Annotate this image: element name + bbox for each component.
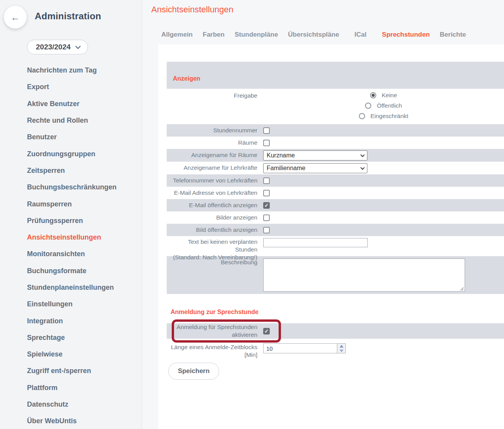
tab-uebersichtsplaene[interactable]: Übersichtspläne xyxy=(288,31,339,39)
resize-grip-icon[interactable] xyxy=(460,287,464,291)
spinner-up-button[interactable] xyxy=(337,344,345,348)
form-row-email-oeffentlich: E-Mail öffentlich anzeigen xyxy=(167,199,504,211)
email-oeffentlich-checkbox[interactable] xyxy=(263,202,270,209)
form-row-telefonnummer-lehrkraefte: Telefonnummer von Lehrkräften xyxy=(167,174,504,187)
sidebar-item-monitoransichten[interactable]: Monitoransichten xyxy=(27,246,139,262)
beschreibung-textarea[interactable] xyxy=(263,258,465,292)
field-label-line1: Text bei keinen verplanten Stunden xyxy=(167,238,257,253)
freigabe-option-keine[interactable]: Keine xyxy=(370,92,397,99)
radio-label: Keine xyxy=(382,92,397,99)
field-label-line2: [Min] xyxy=(167,351,257,359)
select-value: Familienname xyxy=(267,165,305,172)
sidebar-item-ueber-webuntis[interactable]: Über WebUntis xyxy=(27,413,139,429)
section-header-anzeigen: Anzeigen xyxy=(167,62,504,89)
section-heading: Anzeigen xyxy=(173,75,200,82)
settings-form: Anzeigen Freigabe Keine Öffentlich Einge… xyxy=(167,44,504,380)
back-arrow-icon: ← xyxy=(11,12,20,22)
triangle-down-icon xyxy=(340,350,343,352)
radio-label: Eingeschränkt xyxy=(370,113,408,120)
sidebar-item-raumsperren[interactable]: Raumsperren xyxy=(27,196,139,212)
form-row-zeitblock: Länge eines Anmelde-Zeitblocks [Min] xyxy=(167,339,504,357)
sidebar-item-buchungsformate[interactable]: Buchungsformate xyxy=(27,263,139,279)
sidebar-menu: Nachrichten zum Tag Export Aktive Benutz… xyxy=(27,62,139,429)
webuntis-administration-page: { "sidebar": { "back_icon": "←", "title"… xyxy=(0,0,504,429)
telefonnummer-checkbox[interactable] xyxy=(263,177,270,184)
field-label: Anmeldung für Sprechstunden aktivieren xyxy=(167,323,263,339)
content-title: Ansichtseinstellungen xyxy=(151,5,233,15)
form-row-beschreibung: Beschreibung xyxy=(167,256,504,294)
back-button[interactable]: ← xyxy=(4,6,27,29)
number-spinner xyxy=(337,343,346,353)
sidebar-item-export[interactable]: Export xyxy=(27,79,139,95)
field-label-line2: aktivieren xyxy=(167,331,257,339)
select-value: Kurzname xyxy=(267,152,295,159)
form-row-sprechstunden-aktivieren: Anmeldung für Sprechstunden aktivieren xyxy=(167,323,504,339)
radio-selected-icon xyxy=(370,92,376,98)
email-adresse-checkbox[interactable] xyxy=(263,190,270,196)
sidebar-item-zugriff-ent-sperren[interactable]: Zugriff ent-/sperren xyxy=(27,363,139,379)
sidebar-item-pruefungssperren[interactable]: Prüfungssperren xyxy=(27,213,139,229)
freigabe-radio-group: Keine Öffentlich Eingeschränkt xyxy=(263,92,504,120)
sidebar: ← Administration 2023/2024 Nachrichten z… xyxy=(0,0,142,429)
freigabe-option-eingeschraenkt[interactable]: Eingeschränkt xyxy=(359,113,408,120)
sidebar-item-spielwiese[interactable]: Spielwiese xyxy=(27,346,139,363)
sidebar-item-integration[interactable]: Integration xyxy=(27,312,139,329)
form-row-raeume: Räume xyxy=(167,137,504,149)
sidebar-item-datenschutz[interactable]: Datenschutz xyxy=(27,396,139,413)
field-label: Räume xyxy=(167,139,263,147)
tab-stundenplaene[interactable]: Stundenpläne xyxy=(235,31,278,39)
tab-sprechstunden[interactable]: Sprechstunden xyxy=(382,31,430,39)
field-label: Beschreibung xyxy=(167,258,263,266)
sidebar-item-zuordnungsgruppen[interactable]: Zuordnungsgruppen xyxy=(27,145,139,162)
field-label: Stundennummer xyxy=(167,127,263,134)
sidebar-item-zeitsperren[interactable]: Zeitsperren xyxy=(27,162,139,179)
form-row-freigabe: Freigabe Keine Öffentlich Eingeschränkt xyxy=(167,89,504,124)
raeume-checkbox[interactable] xyxy=(263,140,270,146)
save-button[interactable]: Speichern xyxy=(168,363,219,380)
radio-icon xyxy=(359,113,365,119)
text-keine-stunden-input[interactable] xyxy=(263,238,368,247)
sidebar-item-sprechtage[interactable]: Sprechtage xyxy=(27,329,139,346)
sprechstunden-aktivieren-checkbox[interactable] xyxy=(263,328,270,334)
tab-farben[interactable]: Farben xyxy=(203,31,225,39)
form-row-anzeigename-lehrkraefte: Anzeigename für Lehrkräfte Familienname xyxy=(167,162,504,174)
chevron-down-icon xyxy=(75,44,81,49)
freigabe-option-oeffentlich[interactable]: Öffentlich xyxy=(365,102,402,109)
sidebar-item-einstellungen[interactable]: Einstellungen xyxy=(27,296,139,312)
bilder-anzeigen-checkbox[interactable] xyxy=(263,214,270,221)
school-year-selector[interactable]: 2023/2024 xyxy=(27,40,88,54)
field-label: Freigabe xyxy=(167,92,263,100)
content-panel: Anzeigen Freigabe Keine Öffentlich Einge… xyxy=(158,44,504,429)
form-row-text-keine-stunden: Text bei keinen verplanten Stunden (Stan… xyxy=(167,236,504,256)
anzeigename-lehrkraefte-select[interactable]: Familienname xyxy=(263,163,367,173)
tab-berichte[interactable]: Berichte xyxy=(440,31,466,39)
chevron-down-icon xyxy=(360,152,365,157)
field-label: Anzeigename für Lehrkräfte xyxy=(167,164,263,172)
sidebar-item-plattform[interactable]: Plattform xyxy=(27,380,139,396)
bild-oeffentlich-checkbox[interactable] xyxy=(263,227,270,233)
sidebar-item-buchungsbeschraenkungen[interactable]: Buchungsbeschränkungen xyxy=(27,179,139,196)
sidebar-item-aktive-benutzer[interactable]: Aktive Benutzer xyxy=(27,96,139,112)
stundennummer-checkbox[interactable] xyxy=(263,127,270,134)
sidebar-item-stundenplaneinstellungen[interactable]: Stundenplaneinstellungen xyxy=(27,279,139,296)
field-label: Telefonnummer von Lehrkräften xyxy=(167,177,263,184)
form-row-bild-oeffentlich: Bild öffentlich anzeigen xyxy=(167,224,504,236)
zeitblock-input[interactable] xyxy=(263,343,337,353)
field-label-line1: Länge eines Anmelde-Zeitblocks xyxy=(167,343,257,351)
field-label: Bild öffentlich anzeigen xyxy=(167,226,263,234)
sidebar-item-rechte-und-rollen[interactable]: Rechte und Rollen xyxy=(27,112,139,129)
field-label: E-Mail öffentlich anzeigen xyxy=(167,201,263,209)
anzeigename-raeume-select[interactable]: Kurzname xyxy=(263,150,367,160)
form-row-bilder-anzeigen: Bilder anzeigen xyxy=(167,211,504,224)
tab-allgemein[interactable]: Allgemein xyxy=(161,31,193,39)
field-label: E-Mail Adresse von Lehrkräften xyxy=(167,189,263,197)
sidebar-item-benutzer[interactable]: Benutzer xyxy=(27,129,139,145)
spinner-down-button[interactable] xyxy=(337,348,345,353)
tab-ical[interactable]: ICal xyxy=(355,31,367,39)
sidebar-item-ansichtseinstellungen[interactable]: Ansichtseinstellungen xyxy=(27,229,139,246)
field-label: Bilder anzeigen xyxy=(167,214,263,221)
form-row-anzeigename-raeume: Anzeigename für Räume Kurzname xyxy=(167,149,504,162)
field-label-line1: Anmeldung für Sprechstunden xyxy=(167,323,257,331)
sidebar-item-nachrichten-zum-tag[interactable]: Nachrichten zum Tag xyxy=(27,62,139,79)
section-header-anmeldung: Anmeldung zur Sprechstunde xyxy=(171,309,504,316)
